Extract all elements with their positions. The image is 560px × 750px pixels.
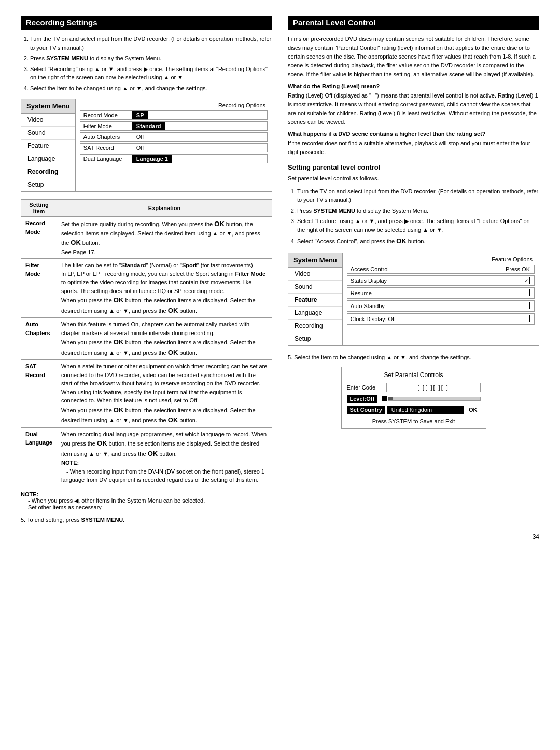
right-column: Parental Level Control Films on pre-reco… [288, 16, 539, 523]
parental-controls-title: Set Parental Controls [347, 371, 481, 379]
step-5-left: 5. To end setting, press SYSTEM MENU. [21, 517, 272, 523]
q1-title: What do the Rating (Level) mean? [288, 83, 539, 89]
option-auto-chapters: Auto Chapters Off [80, 132, 268, 142]
sub-intro: Set parental level control as follows. [288, 174, 539, 183]
feat-access-control-value: Press OK [501, 265, 534, 273]
feat-option-status-display: Status Display ✓ [347, 275, 535, 286]
table-row: FilterMode The filter can be set to "Sta… [21, 259, 272, 318]
menu-setup: Setup [21, 178, 75, 191]
feature-system-menu-title: System Menu [288, 253, 342, 268]
q1-body: Rating (Level) Off (displayed as "--") m… [288, 91, 539, 127]
feat-status-display-value: ✓ [519, 276, 534, 285]
enter-code-value: [ ][ ][ ][ ] [386, 383, 481, 392]
q2-body: If the recorder does not find a suitable… [288, 139, 539, 157]
enter-code-label: Enter Code [347, 384, 383, 391]
col-explanation: Explanation [57, 200, 272, 217]
checkbox-unchecked-icon-3 [523, 315, 530, 322]
feat-status-display-label: Status Display [347, 276, 519, 285]
parental-control-header: Parental Level Control [288, 16, 539, 30]
feat-menu-feature: Feature [288, 294, 342, 307]
step-2: Press SYSTEM MENU to display the System … [30, 54, 272, 63]
table-row: SATRecord When a satellite tuner or othe… [21, 360, 272, 428]
parental-step-3: Select "Feature" using ▲ or ▼, and press… [297, 217, 539, 234]
feat-option-access-control: Access Control Press OK [347, 265, 535, 274]
option-record-mode-label: Record Mode [80, 111, 132, 119]
set-country-button[interactable]: Set Country [347, 406, 385, 414]
parental-steps: Turn the TV on and select input from the… [288, 187, 539, 246]
checkbox-checked-icon: ✓ [523, 277, 530, 284]
menu-feature: Feature [21, 140, 75, 152]
setting-parental-header: Setting parental level control [288, 163, 539, 171]
row-dual-language-item: DualLanguage [21, 427, 57, 487]
feat-menu-sound: Sound [288, 281, 342, 294]
feat-clock-display-value [519, 314, 534, 324]
option-sat-record-label: SAT Record [80, 144, 132, 152]
recording-settings-header: Recording Settings [21, 16, 272, 30]
feat-menu-setup: Setup [288, 332, 342, 345]
parental-controls-box: Set Parental Controls Enter Code [ ][ ][… [341, 367, 486, 429]
table-row: AutoChapters When this feature is turned… [21, 318, 272, 360]
row-filter-mode-item: FilterMode [21, 259, 57, 318]
option-filter-mode-label: Filter Mode [80, 122, 132, 130]
menu-language: Language [21, 152, 75, 165]
feature-menu-left: System Menu Video Sound Feature Language… [288, 253, 343, 345]
ok-button[interactable]: OK [466, 406, 481, 414]
feat-resume-label: Resume [347, 289, 519, 297]
right-step-5: 5. Select the item to be changed using ▲… [288, 353, 539, 362]
left-column: Recording Settings Turn the TV on and se… [21, 16, 272, 523]
level-label: Level:Off [347, 395, 378, 403]
feat-clock-display-label: Clock Display: Off [347, 315, 519, 323]
option-dual-language: Dual Language Language 1 [80, 154, 268, 163]
feat-menu-language: Language [288, 307, 342, 320]
q2-title: What happens if a DVD scene contains a h… [288, 131, 539, 137]
parental-step-1: Turn the TV on and select input from the… [297, 187, 539, 204]
feat-menu-recording: Recording [288, 320, 342, 332]
feat-auto-standby-label: Auto Standby [347, 302, 519, 310]
table-row: DualLanguage When recording dual languag… [21, 427, 272, 487]
row-auto-chapters-item: AutoChapters [21, 318, 57, 360]
step-4: Select the item to be changed using ▲ or… [30, 84, 272, 93]
feat-auto-standby-value [519, 301, 534, 311]
table-row: RecordMode Set the picture quality durin… [21, 217, 272, 259]
system-menu-diagram: System Menu Video Sound Feature Language… [21, 99, 272, 192]
row-auto-chapters-exp: When this feature is turned On, chapters… [57, 318, 272, 360]
menu-video: Video [21, 114, 75, 127]
menu-sound: Sound [21, 127, 75, 140]
system-menu-title: System Menu [21, 99, 75, 114]
feat-access-control-label: Access Control [347, 265, 501, 273]
option-record-mode: Record Mode SP [80, 110, 268, 120]
checkbox-unchecked-icon-2 [523, 302, 530, 309]
press-system-text: Press SYSTEM to Save and Exit [347, 418, 481, 424]
parental-step-2: Press SYSTEM MENU to display the System … [297, 206, 539, 215]
settings-table: SettingItem Explanation RecordMode Set t… [21, 199, 272, 487]
menu-recording: Recording [21, 165, 75, 178]
option-auto-chapters-label: Auto Chapters [80, 133, 132, 141]
row-filter-mode-exp: The filter can be set to "Standard" (Nor… [57, 259, 272, 318]
row-sat-record-exp: When a satellite tuner or other equipmen… [57, 360, 272, 428]
option-record-mode-value: SP [132, 111, 148, 119]
option-filter-mode: Filter Mode Standard [80, 121, 268, 131]
row-record-mode-item: RecordMode [21, 217, 57, 259]
step-1: Turn the TV on and select input from the… [30, 35, 272, 52]
option-filter-mode-value: Standard [132, 122, 165, 130]
col-setting-item: SettingItem [21, 200, 57, 217]
rec-options-title: Recording Options [80, 102, 268, 108]
feat-menu-video: Video [288, 268, 342, 281]
checkbox-unchecked-icon-1 [523, 289, 530, 296]
page-number: 34 [21, 533, 539, 540]
feature-menu-diagram: System Menu Video Sound Feature Language… [288, 253, 539, 346]
feat-resume-value [519, 288, 534, 298]
parental-intro: Films on pre-recorded DVD discs may cont… [288, 35, 539, 79]
bottom-note: NOTE: - When you press ◀, other items in… [21, 491, 272, 510]
note-item-2: Set other items as necessary. [21, 504, 103, 510]
country-value: United Kingdom [387, 406, 464, 414]
row-dual-language-exp: When recording dual language programmes,… [57, 427, 272, 487]
feat-option-clock-display: Clock Display: Off [347, 313, 535, 325]
row-sat-record-item: SATRecord [21, 360, 57, 428]
feat-option-auto-standby: Auto Standby [347, 300, 535, 312]
step-3: Select "Recording" using ▲ or ▼, and pre… [30, 65, 272, 82]
parental-step-4: Select "Access Control", and press the O… [297, 236, 539, 246]
option-sat-record-value: Off [132, 144, 148, 152]
option-dual-language-value: Language 1 [132, 155, 172, 163]
feature-options-title: Feature Options [347, 256, 535, 262]
